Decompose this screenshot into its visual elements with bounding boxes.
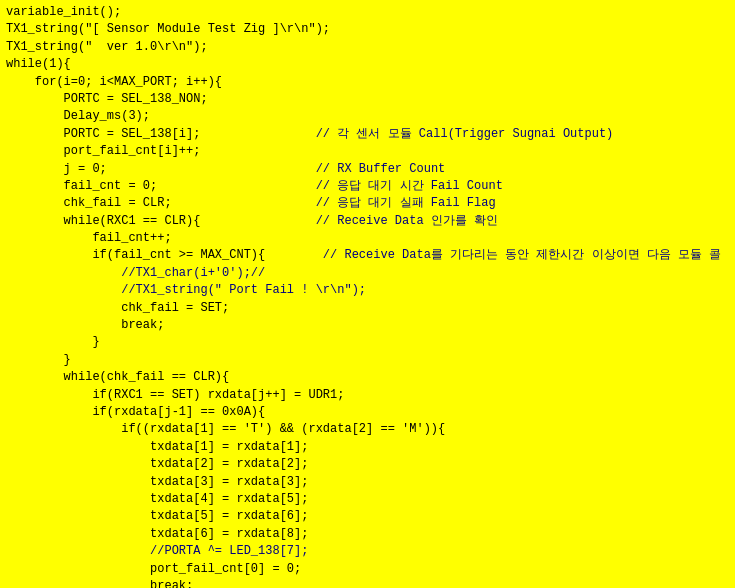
code-line: txdata[2] = rxdata[2];	[6, 456, 729, 473]
code-line: }	[6, 352, 729, 369]
code-line: while(chk_fail == CLR){	[6, 369, 729, 386]
code-line: port_fail_cnt[i]++;	[6, 143, 729, 160]
code-line: Delay_ms(3);	[6, 108, 729, 125]
code-line: while(RXC1 == CLR){ // Receive Data 인가를 …	[6, 213, 729, 230]
code-line: PORTC = SEL_138[i]; // 각 센서 모듈 Call(Trig…	[6, 126, 729, 143]
code-line: fail_cnt++;	[6, 230, 729, 247]
code-line: j = 0; // RX Buffer Count	[6, 161, 729, 178]
code-line: if(rxdata[j-1] == 0x0A){	[6, 404, 729, 421]
code-line: break;	[6, 317, 729, 334]
code-line: if(fail_cnt >= MAX_CNT){ // Receive Data…	[6, 247, 729, 264]
code-line: for(i=0; i<MAX_PORT; i++){	[6, 74, 729, 91]
code-line: if((rxdata[1] == 'T') && (rxdata[2] == '…	[6, 421, 729, 438]
code-line: if(RXC1 == SET) rxdata[j++] = UDR1;	[6, 387, 729, 404]
code-line: chk_fail = SET;	[6, 300, 729, 317]
code-line: variable_init();	[6, 4, 729, 21]
code-line: while(1){	[6, 56, 729, 73]
code-line: txdata[1] = rxdata[1];	[6, 439, 729, 456]
code-line: chk_fail = CLR; // 응답 대기 실패 Fail Flag	[6, 195, 729, 212]
code-line: txdata[3] = rxdata[3];	[6, 474, 729, 491]
code-editor: variable_init();TX1_string("[ Sensor Mod…	[0, 0, 735, 588]
code-line: break;	[6, 578, 729, 588]
code-line: txdata[4] = rxdata[5];	[6, 491, 729, 508]
code-line: txdata[6] = rxdata[8];	[6, 526, 729, 543]
code-line: fail_cnt = 0; // 응답 대기 시간 Fail Count	[6, 178, 729, 195]
code-line: }	[6, 334, 729, 351]
code-line: //PORTA ^= LED_138[7];	[6, 543, 729, 560]
code-line: //TX1_char(i+'0');//	[6, 265, 729, 282]
code-line: port_fail_cnt[0] = 0;	[6, 561, 729, 578]
code-line: TX1_string("[ Sensor Module Test Zig ]\r…	[6, 21, 729, 38]
code-line: TX1_string(" ver 1.0\r\n");	[6, 39, 729, 56]
code-line: txdata[5] = rxdata[6];	[6, 508, 729, 525]
code-line: PORTC = SEL_138_NON;	[6, 91, 729, 108]
code-line: //TX1_string(" Port Fail ! \r\n");	[6, 282, 729, 299]
